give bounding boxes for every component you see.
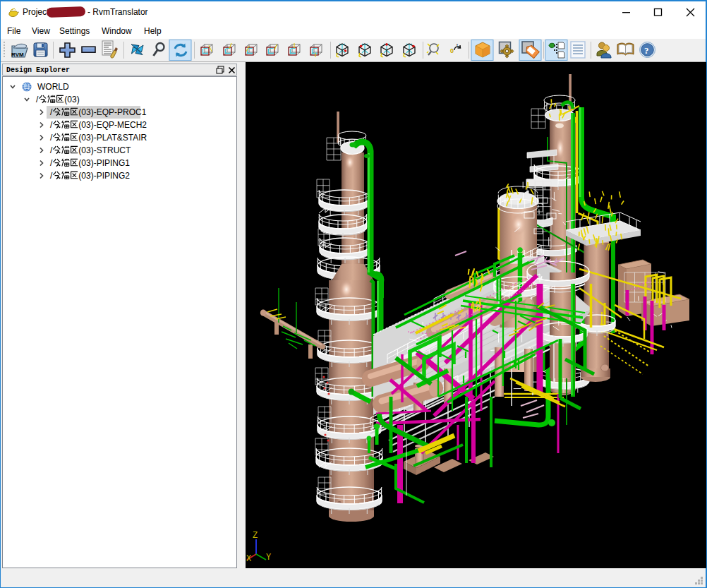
svg-text:Y: Y <box>266 553 271 563</box>
svg-text:X: X <box>246 554 251 564</box>
svg-text:Z: Z <box>253 531 258 541</box>
svg-text:RVM: RVM <box>11 52 24 58</box>
svg-text:?: ? <box>644 45 649 56</box>
svg-text:0: 0 <box>450 47 454 54</box>
svg-text:t: t <box>457 43 458 48</box>
